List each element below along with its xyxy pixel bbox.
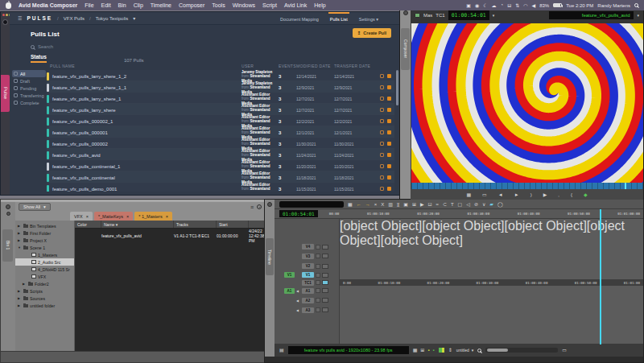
track-monitor-box[interactable] [322, 288, 328, 293]
timeline-toolbar-icon[interactable]: ▥ [388, 202, 393, 207]
track-monitor-box[interactable] [322, 298, 328, 303]
breadcrumb-show[interactable]: Tokyo Textpolis [96, 16, 129, 21]
composer-window-button[interactable] [403, 10, 408, 15]
pull-events[interactable]: 3 [279, 142, 296, 146]
status-filter-item[interactable]: All [12, 70, 46, 77]
retry-icon[interactable] [380, 97, 384, 101]
transfer-icon[interactable] [387, 142, 391, 146]
menu-item[interactable]: Script [262, 2, 277, 8]
track-lock-box[interactable] [316, 245, 320, 250]
monitor-timecode[interactable]: 01:00:54:01 [448, 10, 489, 20]
pull-row[interactable]: feature_vfx_pulls_demo_0001 Assistant Ed… [47, 183, 394, 192]
bin-tab[interactable]: *_MatteKeys× [94, 212, 133, 221]
bin-clip-row[interactable]: feature_vfx_pulls_avid V1 A1-2 TC1-8 EC1… [75, 229, 265, 237]
menu-item[interactable]: Windows [233, 2, 255, 8]
menubar-status-icon[interactable]: ☾ [483, 2, 487, 8]
track-button[interactable]: V1 [302, 272, 314, 278]
pulse-window-button[interactable] [2, 19, 8, 25]
track-monitor-box[interactable] [322, 254, 328, 258]
timeline-bottom-icon[interactable]: ▪ [433, 348, 435, 353]
menubar-status-icon[interactable]: ◀ [532, 2, 536, 8]
tab-status[interactable]: Status [31, 54, 47, 63]
video-quality-icon[interactable] [439, 348, 444, 353]
bin-tab[interactable]: VFX× [70, 212, 93, 221]
timeline-toolbar-icon[interactable]: X [381, 202, 384, 207]
track-monitor-box[interactable] [322, 307, 328, 312]
source-track-button[interactable]: A1 [284, 288, 295, 294]
timeline-toolbar-icon[interactable]: × [374, 202, 378, 207]
menubar-clock[interactable]: Tue 2:20 PM [566, 3, 593, 8]
pull-events[interactable]: 3 [279, 74, 296, 79]
menu-item[interactable]: Tools [212, 2, 225, 8]
position-bar[interactable] [411, 183, 643, 189]
bin-tree-item[interactable]: ▶ Folder2 [15, 280, 74, 287]
pull-name[interactable]: feature_vfx_pulls_larry_shere_1_1 [50, 85, 242, 90]
show-all-dropdown[interactable]: Show All▾ [19, 203, 51, 211]
bin-window-button-2[interactable] [6, 212, 10, 216]
menu-item[interactable]: File [85, 2, 93, 8]
retry-icon[interactable] [380, 187, 384, 191]
timeline-bottom-icon[interactable]: ⊞ [420, 348, 424, 353]
timeline-horizontal-scrollbar[interactable] [485, 348, 558, 353]
bin-tab[interactable]: * 1_Masters× [134, 212, 172, 221]
track-lock-box[interactable] [316, 298, 320, 303]
chevron-down-icon[interactable]: ▾ [133, 15, 135, 21]
close-icon[interactable]: × [166, 214, 168, 219]
pull-name[interactable]: feature_vfx_pulls_000002 [50, 142, 242, 146]
bin-tree-item[interactable]: ▶ First Folder [15, 229, 74, 237]
menu-icon[interactable]: ☰ [18, 15, 22, 21]
transport-button[interactable]: ◆ [584, 192, 588, 197]
menubar-status-icon[interactable]: ☁ [492, 2, 497, 8]
disclosure-arrow-icon[interactable]: ▶ [23, 282, 27, 286]
status-filter-item[interactable]: Draft [12, 77, 46, 85]
timeline-toolbar-icon[interactable]: T [451, 202, 454, 207]
menu-item[interactable]: Help [314, 2, 325, 8]
pull-row[interactable]: feature_vfx_pulls_000002_1 Assistant Edi… [47, 115, 394, 126]
transfer-icon[interactable] [387, 175, 391, 179]
transfer-icon[interactable] [387, 74, 391, 78]
menubar-status-icon[interactable]: ⇅ [515, 2, 519, 8]
status-filter-item[interactable]: Pending [12, 85, 46, 92]
timeline-toolbar-icon[interactable]: ▰ [489, 202, 493, 207]
track-monitor-box[interactable] [322, 264, 328, 269]
disclosure-arrow-icon[interactable]: ▶ [18, 238, 22, 242]
timeline-toolbar-icon[interactable]: ▢ [458, 202, 463, 207]
timeline-search-icon[interactable] [477, 349, 481, 353]
column-header[interactable]: TRANSFER DATE [334, 64, 371, 68]
disclosure-arrow-icon[interactable]: ▶ [18, 231, 22, 235]
timecode-ruler[interactable]: 00:0001:00:10:0001:00:20:0001:00:30:0001… [326, 212, 643, 216]
timeline-toolbar-icon[interactable]: ⊂ [443, 202, 447, 207]
menubar-status-icon[interactable]: ▣ [466, 2, 471, 8]
pull-name[interactable]: feature_vfx_pulls_continental_1 [50, 164, 242, 169]
create-pull-button[interactable]: ↥ Create Pull [353, 28, 391, 38]
pull-events[interactable]: 3 [279, 187, 296, 192]
transfer-icon[interactable] [387, 130, 391, 134]
track-lock-box[interactable] [316, 273, 320, 278]
retry-icon[interactable] [380, 108, 384, 112]
pull-name[interactable]: feature_vfx_pulls_avid [50, 153, 242, 158]
transfer-icon[interactable] [387, 108, 391, 112]
timeline-toolbar-icon[interactable]: ][ [397, 202, 399, 207]
retry-icon[interactable] [380, 153, 384, 157]
bin-window-button[interactable] [6, 204, 10, 209]
track-monitor-box[interactable] [322, 273, 328, 278]
timeline-vertical-tab[interactable]: Timeline [266, 238, 274, 275]
apple-icon[interactable] [6, 2, 11, 9]
transport-button[interactable]: ► [514, 192, 519, 197]
transport-button[interactable]: { [571, 192, 572, 197]
timeline-toolbar-icon[interactable]: ▣ [403, 202, 408, 207]
pull-row[interactable]: feature_vfx_pulls_000001 Assistant Edito… [47, 126, 394, 138]
pull-name[interactable]: feature_vfx_pulls_larry_shere_1 [50, 97, 242, 101]
loaded-clip-name[interactable]: feature_vfx_pulls_avid [549, 11, 634, 19]
pulse-brand[interactable]: PULSE [27, 15, 52, 21]
retry-icon[interactable] [380, 74, 384, 78]
timeline-window-button[interactable] [267, 202, 272, 207]
bin-tree-item[interactable]: ▶ untitled folder [15, 302, 74, 309]
clip-name[interactable]: feature_vfx_pulls_avid [101, 233, 174, 238]
pulse-top-tab[interactable]: Settings ▾ [357, 12, 380, 24]
transport-button[interactable]: ▦ [466, 192, 471, 197]
track-monitor-box[interactable] [322, 245, 328, 250]
transport-button[interactable]: ▭ [482, 192, 487, 197]
chevron-down-icon[interactable]: ▾ [493, 13, 495, 18]
pull-row[interactable]: feature_vfx_pulls_larry_shere_1 Assistan… [47, 93, 394, 104]
